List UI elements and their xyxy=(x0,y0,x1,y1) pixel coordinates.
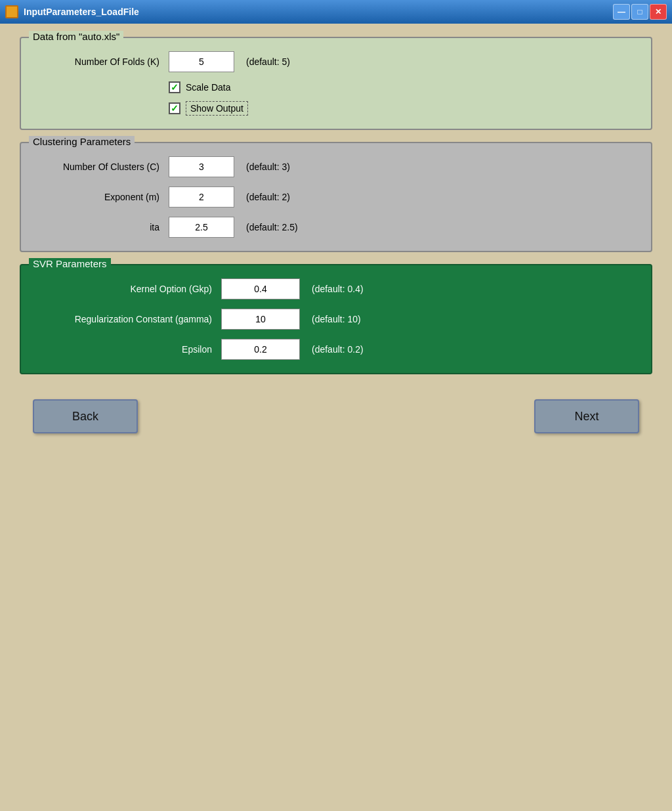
epsilon-default: (default: 0.2) xyxy=(312,344,364,355)
exponent-input[interactable] xyxy=(169,186,234,208)
folds-input[interactable] xyxy=(169,51,234,72)
title-bar: InputParameters_LoadFile — □ ✕ xyxy=(0,0,672,24)
ita-label: ita xyxy=(37,222,169,232)
folds-row: Number Of Folds (K) (default: 5) xyxy=(37,51,635,72)
back-button[interactable]: Back xyxy=(33,399,138,433)
clusters-row: Number Of Clusters (C) (default: 3) xyxy=(37,156,635,177)
kernel-default: (default: 0.4) xyxy=(312,284,364,294)
show-output-label: Show Output xyxy=(186,101,248,116)
clusters-label: Number Of Clusters (C) xyxy=(37,162,169,172)
app-icon xyxy=(5,5,18,18)
reg-input[interactable] xyxy=(221,309,300,330)
exponent-default: (default: 2) xyxy=(246,192,290,202)
show-output-checkbox[interactable] xyxy=(169,102,180,114)
reg-label: Regularization Constant (gamma) xyxy=(37,314,221,324)
maximize-button[interactable]: □ xyxy=(631,4,648,20)
folds-label: Number Of Folds (K) xyxy=(37,56,169,67)
main-content: Data from "auto.xls" Number Of Folds (K)… xyxy=(0,24,672,811)
close-button[interactable]: ✕ xyxy=(650,4,667,20)
ita-default: (default: 2.5) xyxy=(246,222,298,232)
exponent-row: Exponent (m) (default: 2) xyxy=(37,186,635,208)
button-row: Back Next xyxy=(20,393,652,440)
epsilon-input[interactable] xyxy=(221,339,300,360)
clusters-input[interactable] xyxy=(169,156,234,177)
scale-data-row: Scale Data xyxy=(169,81,635,93)
clusters-default: (default: 3) xyxy=(246,162,290,172)
kernel-label: Kernel Option (Gkp) xyxy=(37,284,221,294)
show-output-row: Show Output xyxy=(169,101,635,116)
reg-default: (default: 10) xyxy=(312,314,361,324)
clustering-panel-title: Clustering Parameters xyxy=(29,136,135,147)
ita-input[interactable] xyxy=(169,217,234,238)
kernel-input[interactable] xyxy=(221,278,300,299)
svr-panel-title: SVR Parameters xyxy=(29,258,111,269)
exponent-label: Exponent (m) xyxy=(37,192,169,202)
clustering-panel: Clustering Parameters Number Of Clusters… xyxy=(20,142,652,252)
next-button[interactable]: Next xyxy=(534,399,639,433)
data-panel-title: Data from "auto.xls" xyxy=(29,31,123,42)
svr-panel: SVR Parameters Kernel Option (Gkp) (defa… xyxy=(20,264,652,374)
epsilon-row: Epsilon (default: 0.2) xyxy=(37,339,635,360)
minimize-button[interactable]: — xyxy=(613,4,630,20)
folds-default: (default: 5) xyxy=(246,56,290,67)
epsilon-label: Epsilon xyxy=(37,344,221,355)
data-panel: Data from "auto.xls" Number Of Folds (K)… xyxy=(20,37,652,130)
scale-data-checkbox[interactable] xyxy=(169,81,180,93)
scale-data-label: Scale Data xyxy=(186,82,230,93)
window-controls: — □ ✕ xyxy=(613,4,667,20)
kernel-row: Kernel Option (Gkp) (default: 0.4) xyxy=(37,278,635,299)
ita-row: ita (default: 2.5) xyxy=(37,217,635,238)
reg-row: Regularization Constant (gamma) (default… xyxy=(37,309,635,330)
window-title: InputParameters_LoadFile xyxy=(24,7,608,17)
